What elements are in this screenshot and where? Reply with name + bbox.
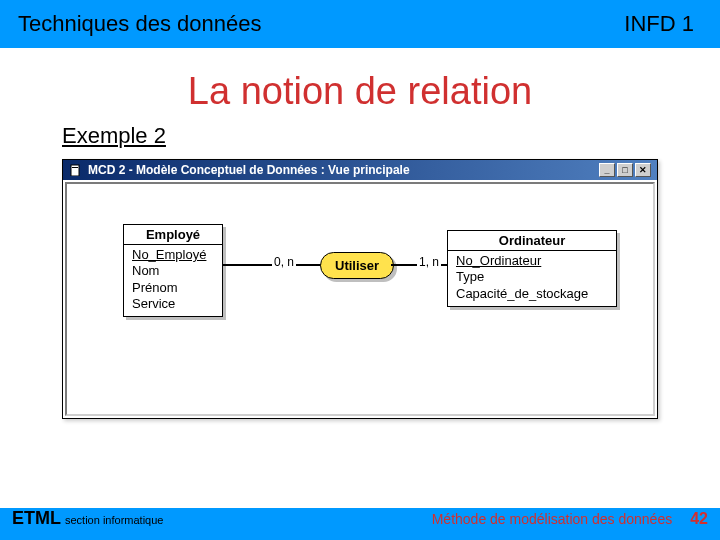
svg-rect-1 bbox=[72, 167, 78, 168]
cardinality-right: 1, n bbox=[417, 255, 441, 269]
mcd-diagram-area: Employé No_Employé Nom Prénom Service 0,… bbox=[65, 182, 655, 416]
slide: Techniques des données INFD 1 La notion … bbox=[0, 0, 720, 540]
entity-attr: Nom bbox=[132, 263, 214, 279]
entity-name: Ordinateur bbox=[448, 231, 616, 251]
mcd-window: MCD 2 - Modèle Conceptuel de Données : V… bbox=[62, 159, 658, 419]
cardinality-left: 0, n bbox=[272, 255, 296, 269]
entity-key: No_Employé bbox=[132, 247, 214, 263]
slide-title: La notion de relation bbox=[36, 70, 684, 113]
entity-attr: Prénom bbox=[132, 280, 214, 296]
entity-attr: Service bbox=[132, 296, 214, 312]
close-button[interactable]: ✕ bbox=[635, 163, 651, 177]
relation-utiliser: Utiliser bbox=[320, 252, 394, 279]
entity-attributes: No_Ordinateur Type Capacité_de_stockage bbox=[448, 251, 616, 306]
minimize-button[interactable]: _ bbox=[599, 163, 615, 177]
slide-header: Techniques des données INFD 1 bbox=[0, 0, 720, 48]
footer-brand: ETML bbox=[12, 508, 61, 529]
header-right: INFD 1 bbox=[624, 11, 694, 37]
document-icon bbox=[69, 163, 83, 177]
footer-method: Méthode de modélisation des données bbox=[432, 511, 673, 527]
entity-employe: Employé No_Employé Nom Prénom Service bbox=[123, 224, 223, 317]
entity-key: No_Ordinateur bbox=[456, 253, 608, 269]
entity-attributes: No_Employé Nom Prénom Service bbox=[124, 245, 222, 316]
header-left: Techniques des données bbox=[18, 11, 624, 37]
mcd-window-title: MCD 2 - Modèle Conceptuel de Données : V… bbox=[88, 163, 597, 177]
slide-content: La notion de relation Exemple 2 MCD 2 - … bbox=[0, 48, 720, 508]
mcd-titlebar: MCD 2 - Modèle Conceptuel de Données : V… bbox=[63, 160, 657, 180]
slide-footer: ETML section informatique Méthode de mod… bbox=[0, 508, 720, 540]
entity-attr: Capacité_de_stockage bbox=[456, 286, 608, 302]
svg-rect-0 bbox=[71, 165, 79, 176]
page-number: 42 bbox=[690, 510, 708, 528]
entity-name: Employé bbox=[124, 225, 222, 245]
entity-ordinateur: Ordinateur No_Ordinateur Type Capacité_d… bbox=[447, 230, 617, 307]
maximize-button[interactable]: □ bbox=[617, 163, 633, 177]
slide-subtitle: Exemple 2 bbox=[62, 123, 684, 149]
footer-section: section informatique bbox=[65, 514, 163, 526]
entity-attr: Type bbox=[456, 269, 608, 285]
